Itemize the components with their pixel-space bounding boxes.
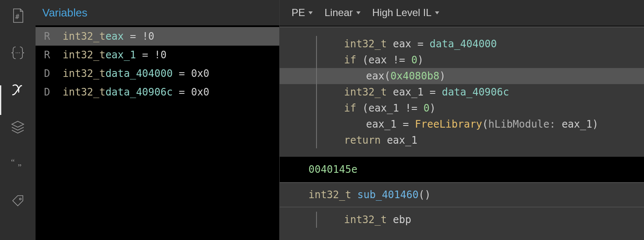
gutter [287, 36, 317, 52]
gutter [287, 116, 317, 132]
code-row[interactable]: eax(0x4080b8) [280, 68, 644, 84]
code-row[interactable]: int32_t eax = data_404000 [280, 36, 644, 52]
view-mode-label: Linear [325, 7, 353, 19]
variable-val: 0x0 [191, 68, 209, 79]
decompiler-panel: PE Linear High Level IL int32_t eax = da… [280, 0, 644, 240]
function-signature-row[interactable]: int32_t sub_401460() [280, 182, 644, 207]
variable-row[interactable]: Rint32_t eax_1 = !0 [36, 46, 279, 64]
sidebar-selection-indicator [0, 85, 1, 115]
token: hLibModule: [488, 118, 561, 130]
token [387, 86, 393, 98]
variable-val: !0 [142, 30, 154, 42]
address-row[interactable]: 0040145e [280, 157, 644, 182]
code-row[interactable]: int32_t ebp [280, 212, 644, 228]
equals: = [173, 86, 191, 98]
sidebar-icon-strip: # “” [0, 0, 36, 240]
token: eax_1 [561, 118, 592, 130]
variable-name: data_404000 [105, 68, 173, 79]
spacer [280, 148, 644, 157]
layers-icon[interactable] [8, 117, 28, 137]
token: ) [417, 54, 423, 66]
token: ( [384, 70, 390, 82]
token: if [344, 102, 356, 114]
token: eax_1 [366, 118, 396, 130]
code-block: int32_t ebp [280, 212, 644, 228]
token: ) [439, 70, 445, 82]
svg-text:#: # [15, 13, 19, 21]
variable-tag: D [44, 86, 63, 98]
token: 0x4080b8 [391, 70, 440, 82]
code-body: int32_t eax = data_404000if (eax != 0)ea… [280, 27, 644, 240]
hash-file-icon[interactable]: # [8, 6, 28, 25]
equals: = [124, 30, 142, 42]
token: int32_t [344, 38, 387, 50]
token: ) [429, 102, 435, 114]
code-row[interactable]: if (eax_1 != 0) [280, 100, 644, 116]
gutter [287, 52, 317, 68]
variable-row[interactable]: Dint32_t data_404000 = 0x0 [36, 64, 279, 83]
token: data_40906c [442, 86, 509, 98]
il-level-label: High Level IL [372, 7, 432, 19]
variable-type: int32_t [63, 68, 105, 79]
token: ebp [393, 214, 411, 226]
token: eax [393, 38, 411, 50]
code-block: int32_t eax = data_404000if (eax != 0)ea… [280, 36, 644, 148]
variables-list: Rint32_t eax = !0Rint32_t eax_1 = !0Dint… [36, 25, 279, 240]
view-mode-dropdown[interactable]: Linear [325, 7, 361, 19]
token: FreeLibrary [415, 118, 482, 130]
svg-text:”: ” [18, 163, 22, 172]
variable-name: data_40906c [105, 86, 173, 98]
tag-icon[interactable] [8, 192, 28, 211]
token [387, 214, 393, 226]
token: = [424, 86, 442, 98]
chevron-down-icon [308, 11, 313, 14]
variable-tag: R [44, 49, 63, 61]
token: != [387, 54, 411, 66]
equals: = [136, 49, 154, 61]
variable-row[interactable]: Rint32_t eax = !0 [36, 27, 279, 46]
code-row[interactable]: return eax_1 [280, 132, 644, 148]
token: 0 [411, 54, 417, 66]
code-row[interactable]: eax_1 = FreeLibrary(hLibModule: eax_1) [280, 116, 644, 132]
token: 0 [424, 102, 429, 114]
variable-name: eax [105, 30, 124, 42]
braces-icon[interactable] [8, 43, 28, 63]
decompiler-header: PE Linear High Level IL [280, 0, 644, 25]
function-name: sub_401460 [358, 189, 419, 201]
token: = [396, 118, 415, 130]
code-row[interactable]: if (eax != 0) [280, 52, 644, 68]
token: return [344, 134, 381, 146]
variables-x-icon[interactable] [8, 80, 28, 100]
svg-point-2 [17, 52, 18, 53]
token: data_404000 [429, 38, 497, 50]
variable-val: 0x0 [191, 86, 209, 98]
equals: = [173, 68, 191, 79]
svg-text:“: “ [11, 158, 15, 167]
token: eax [366, 70, 384, 82]
token: ( [356, 102, 369, 114]
variable-tag: R [44, 30, 63, 42]
svg-point-6 [19, 198, 21, 200]
gutter [287, 84, 317, 100]
token: ) [592, 118, 598, 130]
chevron-down-icon [356, 11, 361, 14]
token: != [399, 102, 424, 114]
variable-type: int32_t [63, 30, 105, 42]
quotes-icon[interactable]: “” [8, 155, 28, 174]
file-type-dropdown[interactable]: PE [292, 7, 313, 19]
file-type-label: PE [292, 7, 305, 19]
token: eax [369, 54, 387, 66]
param-list: () [418, 189, 431, 201]
variable-row[interactable]: Dint32_t data_40906c = 0x0 [36, 83, 279, 101]
token [387, 38, 393, 50]
spacer [280, 27, 644, 36]
svg-point-1 [16, 52, 17, 53]
il-level-dropdown[interactable]: High Level IL [372, 7, 439, 19]
variable-tag: D [44, 68, 63, 79]
token: eax_1 [369, 102, 399, 114]
svg-point-3 [19, 52, 20, 53]
return-type: int32_t [308, 189, 351, 201]
code-row[interactable]: int32_t eax_1 = data_40906c [280, 84, 644, 100]
gutter [287, 68, 317, 84]
gutter [287, 212, 317, 228]
